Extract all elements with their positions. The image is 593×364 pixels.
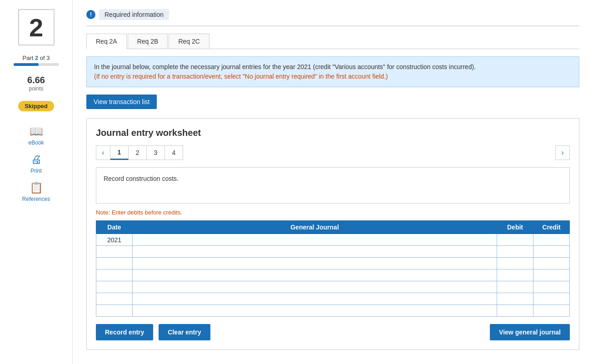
date-cell-5: [96, 281, 133, 293]
clear-entry-button[interactable]: Clear entry: [159, 324, 210, 340]
credit-input-4[interactable]: [533, 269, 569, 281]
date-cell-7: [96, 305, 133, 317]
col-credit: Credit: [533, 221, 570, 234]
info-main-text: In the journal below, complete the neces…: [94, 63, 476, 70]
record-entry-button[interactable]: Record entry: [96, 324, 153, 340]
journal-worksheet: Journal entry worksheet ‹ 1 2 3 4 ›: [86, 118, 579, 350]
debit-input-6[interactable]: [497, 293, 533, 304]
credit-cell-4[interactable]: [533, 269, 570, 281]
page-4[interactable]: 4: [165, 145, 183, 160]
step-number: 2: [18, 9, 55, 45]
table-row: [96, 269, 570, 281]
tab-req2a[interactable]: Req 2A: [86, 34, 127, 49]
credit-cell-6[interactable]: [533, 293, 570, 305]
sidebar: 2 Part 2 of 3 6.66 points Skipped 📖 eBoo…: [0, 0, 73, 364]
credit-input-7[interactable]: [533, 305, 569, 316]
main-content: ! Required information Req 2A Req 2B Req…: [73, 0, 593, 364]
journal-input-2[interactable]: [133, 246, 497, 257]
points-value: 6.66: [27, 75, 45, 85]
debit-cell-3[interactable]: [497, 258, 533, 269]
debit-cell-5[interactable]: [497, 281, 533, 293]
journal-input-7[interactable]: [133, 305, 497, 316]
credit-cell-3[interactable]: [533, 258, 570, 269]
view-transaction-button[interactable]: View transaction list: [86, 95, 157, 109]
print-tool[interactable]: 🖨 Print: [30, 153, 42, 174]
credit-cell-5[interactable]: [533, 281, 570, 293]
debit-cell-6[interactable]: [497, 293, 533, 305]
info-box: In the journal below, complete the neces…: [86, 56, 579, 87]
journal-cell-1[interactable]: [133, 234, 497, 246]
page-1[interactable]: 1: [110, 145, 129, 160]
col-debit: Debit: [497, 221, 533, 234]
journal-table: Date General Journal Debit Credit: [96, 220, 570, 317]
ebook-icon: 📖: [30, 125, 43, 138]
part-indicator: Part 2 of 3: [14, 55, 59, 66]
debit-input-3[interactable]: [497, 258, 533, 269]
journal-cell-5[interactable]: [133, 281, 497, 293]
credit-input-5[interactable]: [533, 281, 569, 293]
info-sub-text: (If no entry is required for a transacti…: [94, 73, 388, 80]
journal-input-3[interactable]: [133, 258, 497, 269]
points-label: points: [27, 85, 45, 92]
debit-input-1[interactable]: [497, 234, 533, 245]
next-page-arrow[interactable]: ›: [555, 145, 570, 160]
debit-input-7[interactable]: [497, 305, 533, 316]
journal-cell-3[interactable]: [133, 258, 497, 269]
debit-cell-7[interactable]: [497, 305, 533, 317]
references-label: References: [22, 196, 50, 202]
col-date: Date: [96, 221, 133, 234]
debit-input-5[interactable]: [497, 281, 533, 293]
credit-input-3[interactable]: [533, 258, 569, 269]
view-general-journal-button[interactable]: View general journal: [490, 324, 570, 340]
debit-input-4[interactable]: [497, 269, 533, 281]
table-row: [96, 305, 570, 317]
page-3[interactable]: 3: [147, 145, 165, 160]
journal-input-6[interactable]: [133, 293, 497, 304]
date-cell-2: [96, 246, 133, 258]
table-row: [96, 258, 570, 269]
ebook-label: eBook: [28, 140, 44, 146]
sidebar-tools: 📖 eBook 🖨 Print 📋 References: [22, 125, 50, 202]
description-box: Record construction costs.: [96, 167, 570, 204]
credit-cell-2[interactable]: [533, 246, 570, 258]
prev-page-arrow[interactable]: ‹: [96, 145, 110, 160]
journal-cell-7[interactable]: [133, 305, 497, 317]
table-row: [96, 293, 570, 305]
date-cell-4: [96, 269, 133, 281]
journal-cell-4[interactable]: [133, 269, 497, 281]
print-label: Print: [30, 168, 42, 174]
journal-input-1[interactable]: [133, 234, 497, 245]
ebook-tool[interactable]: 📖 eBook: [28, 125, 44, 146]
progress-bar: [14, 63, 59, 66]
col-general-journal: General Journal: [133, 221, 497, 234]
table-row: [96, 246, 570, 258]
tab-req2c[interactable]: Req 2C: [169, 34, 209, 49]
debit-input-2[interactable]: [497, 246, 533, 257]
required-info-label: Required information: [99, 9, 169, 20]
date-cell-1: 2021: [96, 234, 133, 246]
description-text: Record construction costs.: [104, 175, 179, 182]
journal-input-5[interactable]: [133, 281, 497, 293]
date-cell-3: [96, 258, 133, 269]
credit-input-6[interactable]: [533, 293, 569, 304]
page-navigation: ‹ 1 2 3 4 ›: [96, 145, 570, 160]
debit-cell-4[interactable]: [497, 269, 533, 281]
debit-cell-2[interactable]: [497, 246, 533, 258]
tab-req2b[interactable]: Req 2B: [128, 34, 168, 49]
skipped-badge: Skipped: [18, 101, 54, 111]
progress-fill: [14, 63, 39, 66]
tabs-container: Req 2A Req 2B Req 2C: [86, 34, 579, 49]
credit-cell-1[interactable]: [533, 234, 570, 246]
references-tool[interactable]: 📋 References: [22, 181, 50, 202]
journal-input-4[interactable]: [133, 269, 497, 281]
table-row: 2021: [96, 234, 570, 246]
journal-cell-2[interactable]: [133, 246, 497, 258]
note-text: Note: Enter debits before credits.: [96, 209, 570, 216]
page-2[interactable]: 2: [129, 145, 147, 160]
credit-cell-7[interactable]: [533, 305, 570, 317]
credit-input-2[interactable]: [533, 246, 569, 257]
journal-cell-6[interactable]: [133, 293, 497, 305]
print-icon: 🖨: [31, 153, 42, 166]
credit-input-1[interactable]: [533, 234, 569, 245]
debit-cell-1[interactable]: [497, 234, 533, 246]
